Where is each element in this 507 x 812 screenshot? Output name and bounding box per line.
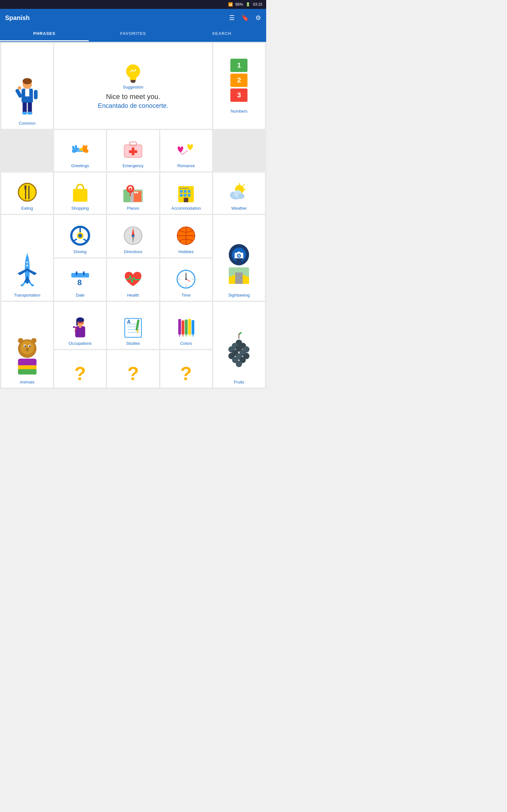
steering-wheel-icon	[69, 224, 91, 247]
numbers-label: Numbers	[231, 109, 247, 113]
card-date[interactable]: 8 Date	[54, 258, 106, 301]
animals-label: Animals	[20, 380, 34, 385]
svg-rect-5	[27, 102, 32, 113]
card-greetings[interactable]: Greetings	[54, 130, 106, 171]
svg-rect-31	[28, 186, 30, 200]
svg-rect-33	[26, 185, 26, 189]
svg-point-68	[26, 264, 28, 266]
svg-point-108	[185, 278, 187, 280]
common-label: Common	[19, 121, 36, 125]
card-fruits[interactable]: Fruits	[213, 302, 265, 388]
question-mark-1: ?	[74, 364, 86, 383]
card-unknown-3[interactable]: ?	[160, 350, 212, 388]
occupations-label: Occupations	[69, 341, 92, 346]
svg-point-1	[22, 78, 32, 84]
studies-label: Studies	[126, 341, 140, 346]
card-accommodation[interactable]: ★★★★★ Accommodation	[160, 172, 212, 214]
card-colors[interactable]: Colors	[160, 302, 212, 349]
card-directions[interactable]: Directions	[107, 215, 159, 257]
calendar-icon: 8	[69, 268, 91, 290]
accommodation-label: Accommodation	[171, 206, 201, 211]
svg-rect-47	[184, 190, 187, 193]
battery-level: 66%	[235, 2, 243, 7]
places-label: Places	[127, 206, 139, 211]
svg-point-71	[78, 234, 82, 238]
card-health[interactable]: Health	[107, 258, 159, 301]
settings-icon[interactable]: ⚙	[256, 14, 261, 21]
health-label: Health	[127, 293, 139, 298]
svg-point-43	[129, 188, 131, 190]
card-places[interactable]: Places	[107, 172, 159, 214]
card-romance[interactable]: Romance	[160, 130, 212, 171]
svg-rect-140	[178, 319, 181, 334]
svg-rect-40	[136, 192, 138, 193]
card-unknown-2[interactable]: ?	[107, 350, 159, 388]
card-common[interactable]: Common	[1, 43, 53, 129]
handshake-icon	[69, 139, 91, 161]
tab-bar: PHRASES FAVORITES SEARCH	[0, 27, 266, 42]
question-mark-3: ?	[180, 364, 192, 383]
svg-point-119	[26, 348, 28, 350]
svg-rect-14	[131, 82, 135, 83]
svg-rect-32	[24, 185, 25, 189]
bookmark-icon[interactable]: 🔖	[241, 14, 249, 21]
card-suggestion[interactable]: Suggestion Nice to meet you. Encantado d…	[54, 43, 212, 129]
card-shopping[interactable]: Shopping	[54, 172, 106, 214]
card-studies[interactable]: A Studies	[107, 302, 159, 349]
tab-search[interactable]: SEARCH	[177, 27, 266, 41]
heart-pulse-icon	[122, 268, 144, 290]
svg-rect-9	[34, 90, 38, 99]
fork-knife-icon	[16, 181, 38, 203]
svg-point-116	[24, 345, 26, 347]
card-occupations[interactable]: Occupations	[54, 302, 106, 349]
svg-text:A: A	[127, 319, 130, 324]
hobbies-label: Hobbies	[178, 249, 193, 254]
svg-text:8: 8	[77, 278, 82, 287]
question-mark-2: ?	[127, 364, 139, 383]
svg-rect-49	[180, 194, 183, 197]
suggestion-bulb-icon	[124, 62, 143, 85]
colors-label: Colors	[180, 341, 192, 346]
svg-marker-149	[192, 334, 194, 338]
card-transportation[interactable]: Transportation	[1, 215, 53, 301]
numbers-stack: 1 2 3	[230, 59, 247, 102]
svg-point-7	[27, 112, 32, 115]
card-eating[interactable]: Eating	[1, 172, 53, 214]
svg-point-91	[238, 254, 240, 257]
card-sightseeing[interactable]: Sightseeing	[213, 215, 265, 301]
tab-phrases[interactable]: PHRASES	[0, 27, 89, 41]
svg-rect-12	[130, 78, 136, 80]
svg-text:★★★★★: ★★★★★	[179, 187, 189, 189]
card-numbers[interactable]: 1 2 3 Numbers	[213, 43, 265, 129]
hearts-icon	[175, 139, 197, 161]
tab-favorites[interactable]: FAVORITES	[89, 27, 177, 41]
svg-marker-147	[188, 334, 191, 338]
wifi-icon: 📶	[228, 2, 233, 7]
card-unknown-1[interactable]: ?	[54, 350, 106, 388]
svg-rect-144	[185, 320, 188, 334]
emergency-label: Emergency	[123, 163, 144, 168]
card-hobbies[interactable]: Hobbies	[160, 215, 212, 257]
svg-marker-64	[23, 275, 31, 283]
card-animals[interactable]: Animals	[1, 302, 53, 388]
shopping-label: Shopping	[71, 206, 89, 211]
svg-rect-3	[25, 89, 29, 96]
suggestion-spanish: Encantado de conocerte.	[98, 102, 168, 109]
number-3-box: 3	[230, 89, 247, 102]
app-header: Spanish ☰ 🔖 ⚙	[0, 9, 266, 27]
card-emergency[interactable]: Emergency	[107, 130, 159, 171]
list-icon[interactable]: ☰	[229, 14, 235, 21]
card-driving[interactable]: Driving	[54, 215, 106, 257]
category-grid: Common Suggestion Nice to meet you. Enca…	[0, 42, 266, 389]
svg-rect-39	[134, 192, 135, 193]
sightseeing-label: Sightseeing	[228, 293, 250, 298]
medical-kit-icon	[122, 139, 144, 161]
svg-rect-51	[187, 194, 190, 197]
svg-marker-143	[181, 334, 184, 338]
card-time[interactable]: Time	[160, 258, 212, 301]
svg-marker-141	[178, 334, 181, 338]
svg-marker-145	[185, 334, 188, 338]
card-weather[interactable]: Weather	[213, 172, 265, 214]
sun-cloud-icon	[228, 181, 250, 203]
clock-icon	[175, 268, 197, 290]
